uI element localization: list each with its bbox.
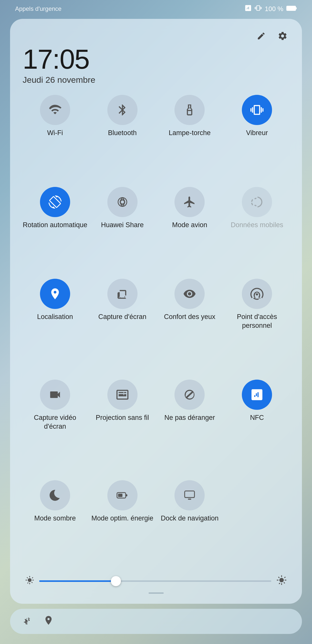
confort-label: Confort des yeux bbox=[164, 312, 215, 321]
vibreur-circle bbox=[242, 95, 272, 125]
nepas-circle bbox=[174, 380, 205, 410]
localisation-circle bbox=[40, 279, 70, 309]
status-bar-right: 100 % bbox=[245, 5, 297, 13]
lampe-label: Lampe-torche bbox=[169, 129, 211, 137]
toggle-localisation[interactable]: Localisation bbox=[23, 279, 87, 375]
optim-label: Mode optim. énergie bbox=[92, 514, 153, 523]
projection-circle bbox=[107, 380, 138, 410]
donnees-label: Données mobiles bbox=[231, 221, 283, 229]
toggle-avion[interactable]: Mode avion bbox=[157, 187, 222, 274]
settings-button[interactable] bbox=[276, 29, 289, 43]
toggles-grid: Wi-Fi Bluetooth Lampe-torche Vibreur bbox=[23, 95, 289, 567]
date-display: Jeudi 26 novembre bbox=[23, 75, 289, 85]
battery-icon bbox=[286, 5, 297, 13]
capturevideo-label: Capture vidéo d'écran bbox=[23, 413, 87, 431]
brightness-slider[interactable] bbox=[39, 580, 271, 582]
toggle-sombre[interactable]: Mode sombre bbox=[23, 480, 87, 567]
toggle-capture[interactable]: Capture d'écran bbox=[90, 279, 155, 375]
toggle-dock[interactable]: Dock de navigation bbox=[157, 480, 222, 567]
bluetooth-label: Bluetooth bbox=[108, 129, 137, 137]
toggle-rotation[interactable]: Rotation automatique bbox=[23, 187, 87, 274]
optim-circle bbox=[107, 480, 138, 510]
vibreur-label: Vibreur bbox=[246, 129, 268, 137]
rotation-label: Rotation automatique bbox=[23, 221, 87, 229]
toggle-bluetooth[interactable]: Bluetooth bbox=[90, 95, 155, 182]
sombre-label: Mode sombre bbox=[34, 514, 76, 523]
hotspot-label: Point d'accès personnel bbox=[225, 312, 289, 330]
wifi-circle bbox=[40, 95, 70, 125]
capture-label: Capture d'écran bbox=[98, 312, 146, 321]
toggle-projection[interactable]: Projection sans fil bbox=[90, 380, 155, 475]
wifi-label: Wi-Fi bbox=[47, 129, 63, 137]
rotation-circle bbox=[40, 187, 70, 217]
panel-header bbox=[23, 29, 289, 43]
nfc-circle bbox=[242, 380, 272, 410]
brightness-row bbox=[23, 570, 289, 590]
toggle-optim[interactable]: Mode optim. énergie bbox=[90, 480, 155, 567]
battery-percent: 100 % bbox=[265, 5, 283, 13]
swipe-line bbox=[149, 592, 164, 594]
avion-circle bbox=[174, 187, 205, 217]
nfc-label: NFC bbox=[250, 413, 264, 422]
localisation-label: Localisation bbox=[37, 312, 73, 321]
huawei-label: Huawei Share bbox=[101, 221, 144, 229]
status-bar-left: Appels d'urgence bbox=[15, 5, 62, 12]
bluetooth-circle bbox=[107, 95, 138, 125]
brightness-low-icon bbox=[25, 576, 34, 587]
toggle-confort[interactable]: Confort des yeux bbox=[157, 279, 222, 375]
time-display: 17:05 bbox=[23, 45, 289, 73]
dock-label: Dock de navigation bbox=[161, 514, 219, 523]
status-bar: Appels d'urgence 100 % bbox=[0, 0, 312, 18]
confort-circle bbox=[174, 279, 205, 309]
toggle-lampe[interactable]: Lampe-torche bbox=[157, 95, 222, 182]
capturevideo-circle bbox=[40, 380, 70, 410]
lampe-circle bbox=[174, 95, 205, 125]
toggle-donnees[interactable]: Données mobiles bbox=[225, 187, 289, 274]
dock-circle bbox=[174, 480, 205, 510]
capture-circle bbox=[107, 279, 138, 309]
sombre-circle bbox=[40, 480, 70, 510]
vibrate-icon-status bbox=[255, 5, 262, 13]
toggle-wifi[interactable]: Wi-Fi bbox=[23, 95, 87, 182]
quick-settings-panel: 17:05 Jeudi 26 novembre Wi-Fi Bluetooth … bbox=[10, 19, 302, 604]
location-pin-icon bbox=[43, 615, 54, 628]
brightness-high-icon bbox=[276, 575, 287, 587]
hotspot-circle bbox=[242, 279, 272, 309]
toggle-nfc[interactable]: NFC bbox=[225, 380, 289, 475]
toggle-hotspot[interactable]: Point d'accès personnel bbox=[225, 279, 289, 375]
avion-label: Mode avion bbox=[172, 221, 207, 229]
svg-rect-6 bbox=[126, 494, 127, 497]
donnees-circle bbox=[242, 187, 272, 217]
edit-button[interactable] bbox=[254, 29, 268, 43]
bottom-bar bbox=[10, 609, 302, 634]
toggle-huawei[interactable]: Huawei Share bbox=[90, 187, 155, 274]
svg-rect-0 bbox=[287, 6, 296, 11]
toggle-nepas[interactable]: Ne pas déranger bbox=[157, 380, 222, 475]
swipe-handle[interactable] bbox=[23, 590, 289, 596]
svg-rect-7 bbox=[185, 491, 195, 498]
toggle-capturevideo[interactable]: Capture vidéo d'écran bbox=[23, 380, 87, 475]
svg-rect-8 bbox=[188, 499, 191, 500]
svg-rect-5 bbox=[118, 494, 122, 497]
projection-label: Projection sans fil bbox=[96, 413, 149, 422]
svg-rect-1 bbox=[296, 7, 297, 9]
usb-icon bbox=[23, 615, 33, 628]
nfc-icon-status bbox=[245, 5, 252, 13]
huawei-circle bbox=[107, 187, 138, 217]
svg-point-3 bbox=[118, 197, 127, 206]
nepas-label: Ne pas déranger bbox=[164, 413, 215, 422]
toggle-vibreur[interactable]: Vibreur bbox=[225, 95, 289, 182]
